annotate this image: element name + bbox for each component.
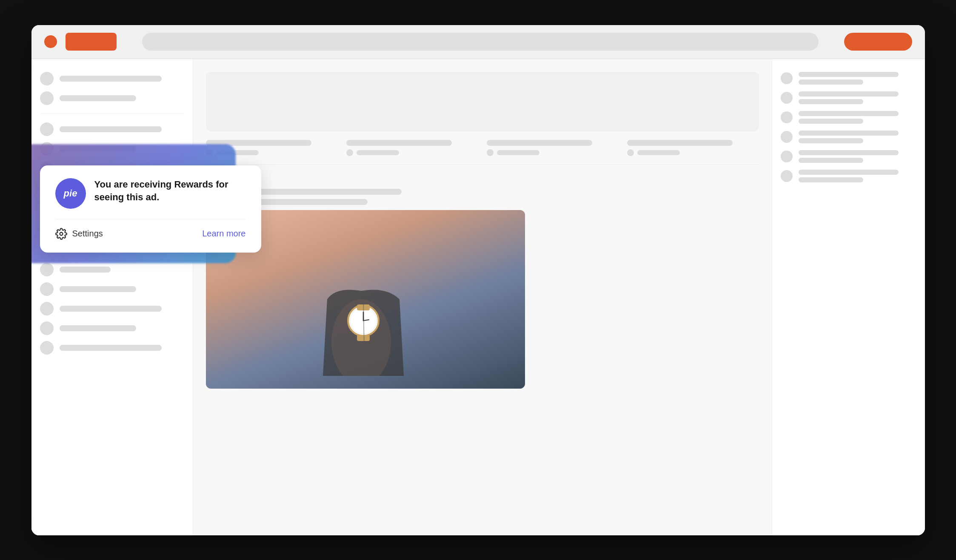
settings-label: Settings [72,229,103,239]
browser-topbar [31,25,925,59]
popup-actions: Settings Learn more [55,228,246,240]
rs-line-sub [799,158,863,163]
sidebar-item [40,341,184,355]
rs-avatar [781,92,793,104]
card-dot [487,149,494,156]
rs-line-sub [799,80,863,85]
sponsored-lines [206,189,759,205]
rs-lines [799,150,916,163]
rs-lines [799,170,916,182]
rs-line-sub [799,119,863,124]
sidebar-item [40,72,184,85]
main-feed: P Sponsored [193,59,772,535]
sidebar-item [40,321,184,335]
card-title-line [627,140,733,146]
sidebar-line [60,95,136,101]
svg-rect-7 [357,335,370,341]
browser-window: P Sponsored [31,25,925,535]
sidebar-avatar [40,321,54,335]
sidebar-avatar [40,302,54,316]
sidebar-line [60,306,162,312]
browser-dot [44,35,57,48]
rs-line-title [799,91,899,97]
rs-avatar [781,131,793,143]
card-item [627,140,759,156]
sidebar-avatar [40,91,54,105]
cards-row [206,140,759,156]
card-sub [346,149,478,156]
rs-avatar [781,111,793,123]
popup-logo: pie [55,178,86,209]
popup-message: You are receiving Rewards for seeing thi… [94,178,246,205]
sidebar-line [60,126,162,132]
rs-line-title [799,111,899,116]
address-bar[interactable] [142,33,819,51]
card-title-line [346,140,452,146]
rs-line-title [799,150,899,155]
sponsored-section: P Sponsored [206,173,759,389]
browser-action-button[interactable] [844,33,912,51]
settings-button[interactable]: Settings [55,228,103,240]
popup-logo-text: pie [64,188,77,199]
card-title-line [487,140,592,146]
rs-line-title [799,170,899,175]
sidebar-avatar [40,263,54,276]
rs-avatar [781,72,793,84]
sidebar-avatar [40,122,54,136]
sidebar-line [60,267,111,273]
card-dot [346,149,353,156]
rs-line-sub [799,177,863,182]
card-sub [487,149,619,156]
rs-avatar [781,151,793,162]
rs-item [781,111,916,124]
sidebar-avatar [40,72,54,85]
card-sub-line [637,150,680,155]
card-sub-line [357,150,399,155]
ad-watch-svg [302,223,429,376]
card-sub [627,149,759,156]
sidebar-line [60,345,162,351]
rs-line-sub [799,99,863,104]
sponsored-label: P Sponsored [206,173,759,184]
card-dot [627,149,634,156]
rs-line-sub [799,138,863,143]
browser-content: P Sponsored [31,59,925,535]
sidebar-line [60,286,136,292]
sidebar-avatar [40,341,54,355]
sidebar-line [60,76,162,82]
rs-lines [799,111,916,124]
sidebar-line [60,325,136,331]
sidebar-divider [40,114,184,114]
rs-line-title [799,72,899,77]
sidebar-item [40,91,184,105]
sidebar-item [40,122,184,136]
card-sub-line [497,150,539,155]
rs-line-title [799,131,899,136]
rs-lines [799,91,916,104]
svg-point-9 [60,232,63,235]
sidebar-item [40,263,184,276]
rs-item [781,150,916,163]
rs-item [781,170,916,182]
settings-icon [55,228,67,240]
card-item [346,140,478,156]
rs-avatar [781,170,793,182]
feed-divider [206,165,759,165]
rs-item [781,91,916,104]
left-sidebar [31,59,193,535]
learn-more-link[interactable]: Learn more [202,229,245,239]
rs-item [781,131,916,143]
sidebar-item [40,302,184,316]
popup-card: pie You are receiving Rewards for seeing… [40,165,261,253]
right-sidebar [772,59,925,535]
rs-lines [799,72,916,85]
card-item [487,140,619,156]
browser-logo [66,33,117,51]
sidebar-avatar [40,282,54,296]
hero-banner [206,72,759,131]
popup-header: pie You are receiving Rewards for seeing… [55,178,246,209]
rs-lines [799,131,916,143]
popup-divider [55,219,246,219]
rs-item [781,72,916,85]
sidebar-item [40,282,184,296]
